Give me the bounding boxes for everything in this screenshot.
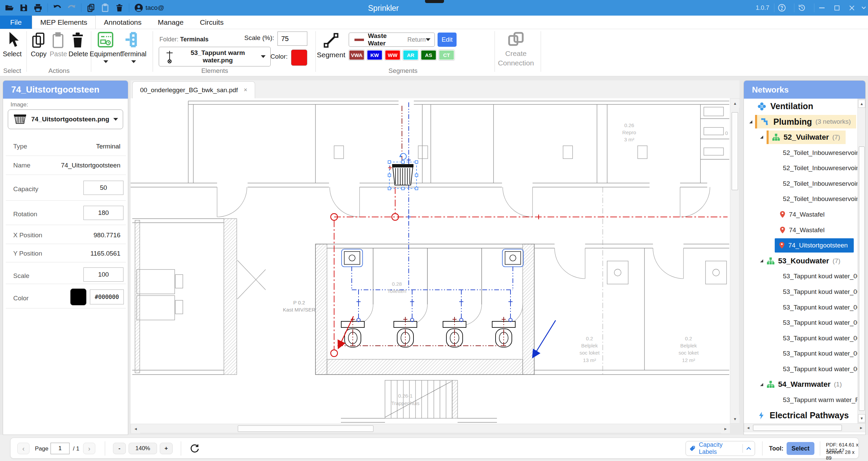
select-tool-icon[interactable] [5, 31, 20, 49]
tree-item-selected-terminal[interactable]: 74_Uitstortgootsteen [744, 238, 858, 253]
tree-item-terminal[interactable]: 53_Tappunt koud water_000 [744, 361, 858, 377]
edit-network-button[interactable]: Edit [438, 33, 457, 47]
image-select[interactable]: 74_Uitstortgootsteen.png [8, 109, 123, 129]
networks-horizontal-scrollbar[interactable]: ◄ ► [744, 423, 866, 432]
equipment-dropdown-caret[interactable] [103, 60, 108, 63]
delete-icon[interactable] [115, 3, 124, 13]
scroll-thumb[interactable] [859, 146, 865, 411]
document-tab[interactable]: 00_onderlegger_BG_bwk_san.pdf × [132, 81, 255, 98]
delete-button-label[interactable]: Delete [69, 50, 88, 58]
tab-annotations[interactable]: Annotations [96, 16, 150, 29]
zoom-level-button[interactable]: 140% [129, 443, 157, 454]
rotation-input[interactable] [83, 206, 123, 220]
tree-item-electrical-pathways[interactable]: Electrical Pathways [744, 408, 858, 423]
tab-circuits[interactable]: Circuits [192, 16, 232, 29]
terminal-button-label[interactable]: Terminal [120, 50, 147, 58]
tree-item-terminal[interactable]: 74_Wastafel [744, 207, 858, 222]
active-tool-button[interactable]: Select [787, 442, 814, 455]
expand-triangle[interactable] [759, 382, 764, 387]
equipment-button-icon[interactable] [96, 31, 115, 49]
tree-item-terminal[interactable]: 52_Toilet_Inbouwreservoir [744, 160, 858, 176]
scroll-down-icon[interactable]: ▼ [731, 415, 739, 423]
element-color-swatch[interactable] [291, 49, 307, 66]
tree-item-plumbing[interactable]: Plumbing(3 networks) [744, 114, 858, 130]
copy-icon[interactable] [86, 3, 96, 13]
scroll-right-icon[interactable]: ► [857, 424, 865, 432]
expand-triangle[interactable] [759, 259, 764, 263]
scroll-right-icon[interactable]: ► [721, 424, 730, 433]
tree-item-terminal[interactable]: 53_Tappunt koud water_000 [744, 315, 858, 330]
segment-chip-as[interactable]: AS [421, 50, 437, 60]
previous-page-button[interactable]: ‹ [17, 443, 30, 454]
chevron-down-icon[interactable] [859, 0, 868, 16]
scroll-thumb[interactable] [732, 112, 738, 190]
capacity-labels-toggle[interactable]: Capacity Labels [686, 441, 755, 456]
scroll-left-icon[interactable]: ◄ [131, 424, 140, 433]
tree-item-ventilation[interactable]: Ventilation [744, 99, 858, 114]
tree-item-terminal[interactable]: 53_Tappunt warm water_FF0 [744, 392, 858, 408]
canvas-vertical-scrollbar[interactable]: ▲ ▼ [730, 98, 739, 424]
tree-item-terminal[interactable]: 52_Toilet_Inbouwreservoir [744, 145, 858, 161]
selected-terminal[interactable] [388, 154, 418, 190]
tree-item-54-warmwater[interactable]: 54_Warmwater(1) [744, 377, 858, 393]
segment-chip-ww[interactable]: WW [385, 50, 401, 60]
tree-item-53-koudwater[interactable]: 53_Koudwater(7) [744, 253, 858, 269]
segment-chip-kw[interactable]: KW [367, 50, 383, 60]
help-icon[interactable] [774, 0, 789, 16]
select-tool-label[interactable]: Select [0, 50, 24, 58]
tab-mep-elements[interactable]: MEP Elements [32, 16, 96, 29]
scroll-up-icon[interactable]: ▲ [858, 100, 865, 108]
network-select[interactable]: Waste Water Return [349, 33, 435, 47]
close-button[interactable] [844, 0, 859, 16]
history-icon[interactable] [794, 0, 809, 16]
save-icon[interactable] [19, 3, 28, 13]
copy-button-icon[interactable] [31, 32, 46, 49]
tree-item-terminal[interactable]: 53_Tappunt koud water_000 [744, 300, 858, 315]
copy-button-label[interactable]: Copy [30, 50, 47, 58]
scale-prop-input[interactable] [83, 267, 123, 282]
capacity-input[interactable] [83, 181, 123, 195]
tree-item-52-vuilwater[interactable]: 52_Vuilwater(7) [744, 129, 858, 145]
maximize-button[interactable] [829, 0, 844, 16]
rotate-page-icon[interactable] [190, 443, 200, 454]
scale-input[interactable] [277, 32, 307, 46]
chevron-up-icon[interactable] [746, 447, 751, 450]
print-icon[interactable] [33, 3, 43, 13]
equipment-button-label[interactable]: Equipment [89, 50, 123, 58]
tree-item-terminal[interactable]: 52_Toilet_Inbouwreservoir [744, 192, 858, 207]
scroll-left-icon[interactable]: ◄ [745, 424, 752, 432]
expand-triangle[interactable] [749, 120, 753, 124]
drawing-canvas[interactable]: 0.26 Repro 3 m² 0 0.28 Toiletten P 0.2 K… [131, 98, 730, 424]
scroll-down-icon[interactable]: ▼ [858, 414, 865, 422]
segment-chip-ar[interactable]: AR [403, 50, 419, 60]
tree-item-terminal[interactable]: 53_Tappunt koud water_000 [744, 269, 858, 284]
terminal-dropdown-caret[interactable] [131, 60, 136, 63]
undo-icon[interactable] [53, 3, 62, 13]
next-page-button[interactable]: › [83, 443, 95, 454]
document-tab-close-icon[interactable]: × [244, 86, 247, 94]
tree-item-terminal[interactable]: 53_Tappunt koud water_000 [744, 284, 858, 300]
scroll-thumb[interactable] [753, 425, 842, 431]
expand-triangle[interactable] [759, 135, 764, 139]
color-hex-input[interactable] [90, 289, 124, 304]
tree-item-terminal[interactable]: 53_Tappunt koud water_000 [744, 346, 858, 362]
open-file-icon[interactable] [5, 3, 14, 13]
user-avatar[interactable] [134, 3, 143, 13]
color-swatch[interactable] [70, 288, 86, 305]
rotate-handle-icon[interactable] [399, 154, 406, 160]
scroll-thumb[interactable] [238, 425, 373, 432]
scroll-up-icon[interactable]: ▲ [731, 99, 739, 108]
tree-item-terminal[interactable]: 53_Tappunt koud water_000 [744, 330, 858, 346]
minimize-button[interactable] [814, 0, 829, 16]
page-input[interactable] [51, 443, 70, 454]
zoom-out-button[interactable]: - [113, 443, 126, 454]
segment-tool-icon[interactable] [322, 31, 341, 50]
tree-item-terminal[interactable]: 74_Wastafel [744, 222, 858, 238]
tab-manage[interactable]: Manage [150, 16, 192, 29]
tree-item-terminal[interactable]: 52_Toilet_Inbouwreservoir [744, 176, 858, 192]
segment-chip-ct[interactable]: CT [439, 50, 455, 60]
zoom-in-button[interactable]: + [160, 443, 173, 454]
segment-tool-label[interactable]: Segment [315, 51, 347, 59]
tab-file[interactable]: File [0, 16, 32, 29]
cold-water-lines[interactable] [352, 102, 513, 318]
